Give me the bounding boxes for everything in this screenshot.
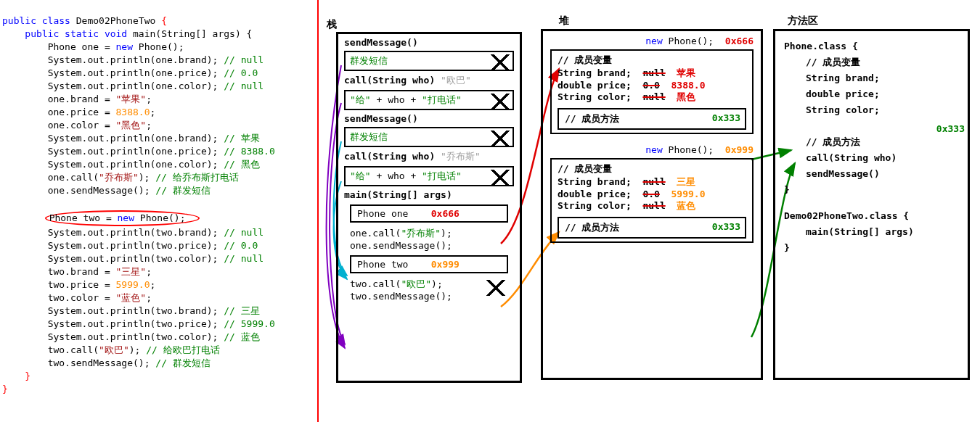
- method-area-frame: Phone.class { // 成员变量 String brand; doub…: [773, 29, 970, 380]
- method-area-header: 方法区: [788, 15, 818, 28]
- obj2-methods: // 成员方法0x333: [558, 217, 746, 239]
- phone-class-block: Phone.class { // 成员变量 String brand; doub…: [784, 38, 959, 198]
- obj1-price: double price; 0.0 8388.0: [558, 80, 746, 91]
- obj1-color: String color; null 黑色: [558, 91, 746, 104]
- demo-class-block: Demo02PhoneTwo.class { main(String[] arg…: [784, 208, 959, 256]
- frame-call-2-body: "给" + who + "打电话": [344, 166, 514, 186]
- frame-sendmessage-1: sendMessage(): [344, 37, 514, 48]
- frame-sendmessage-2: sendMessage(): [344, 113, 514, 124]
- frame-call-2: call(String who) "乔布斯": [344, 150, 514, 163]
- obj1-memvar-label: // 成员变量: [558, 54, 746, 67]
- call-one-lines: one.call("乔布斯"); one.sendMessage();: [350, 227, 508, 251]
- local-two: Phone two 0x999: [350, 255, 508, 273]
- stack-header: 栈: [327, 18, 337, 31]
- heap-header: 堆: [559, 15, 569, 28]
- heap-object-1: // 成员变量 String brand; null 苹果 double pri…: [550, 49, 754, 134]
- heap-object-2: // 成员变量 String brand; null 三星 double pri…: [550, 158, 754, 243]
- heap-frame: new Phone(); 0x666 // 成员变量 String brand;…: [541, 29, 763, 380]
- source-code: public class Demo02PhoneTwo { public sta…: [2, 1, 314, 396]
- obj2-price: double price; 0.0 5999.0: [558, 189, 746, 199]
- frame-call-1: call(String who) "欧巴": [344, 74, 514, 87]
- heap-new-2: new Phone(); 0x999: [543, 144, 754, 155]
- frame-sendmessage-2-body: 群发短信: [344, 127, 514, 147]
- obj2-memvar-label: // 成员变量: [558, 162, 746, 175]
- obj1-brand: String brand; null 苹果: [558, 67, 746, 80]
- frame-main: main(String[] args): [344, 189, 514, 200]
- frame-sendmessage-1-body: 群发短信: [344, 51, 514, 71]
- frame-call-1-body: "给" + who + "打电话": [344, 90, 514, 110]
- obj2-brand: String brand; null 三星: [558, 175, 746, 189]
- call-two-lines: two.call("欧巴"); two.sendMessage();: [350, 278, 508, 302]
- local-one: Phone one 0x666: [350, 204, 508, 223]
- obj1-methods: // 成员方法0x333: [558, 108, 746, 130]
- heap-new-1: new Phone(); 0x666: [543, 36, 754, 46]
- stack-frame: sendMessage() 群发短信 call(String who) "欧巴"…: [336, 32, 522, 383]
- obj2-color: String color; null 蓝色: [558, 199, 746, 212]
